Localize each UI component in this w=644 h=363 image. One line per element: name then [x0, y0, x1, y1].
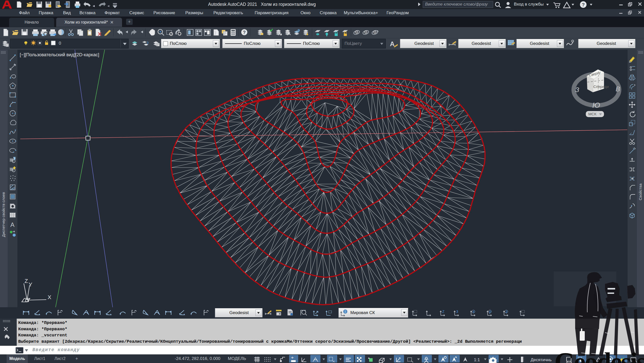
- svg-text:В: В: [616, 85, 620, 93]
- svg-text:?: ?: [243, 30, 246, 35]
- svg-text:Y: Y: [29, 281, 32, 288]
- svg-text:МСК: МСК: [588, 112, 596, 116]
- svg-text:[−][Пользовательский вид][2D-к: [−][Пользовательский вид][2D-каркас]: [20, 52, 99, 57]
- svg-text:A: A: [390, 40, 395, 48]
- svg-text:?: ?: [582, 2, 585, 7]
- svg-text:З: З: [575, 86, 579, 94]
- svg-text:X: X: [48, 294, 51, 300]
- svg-text:Geodesist: Geodesist: [554, 347, 644, 363]
- svg-text:3: 3: [456, 310, 458, 314]
- svg-text:Z: Z: [25, 278, 28, 284]
- svg-text:1:1: 1:1: [474, 357, 480, 362]
- svg-text:Спереди: Спереди: [593, 84, 609, 89]
- svg-text:A: A: [10, 221, 14, 228]
- svg-text:0: 0: [59, 41, 61, 46]
- svg-text:Z: Z: [442, 310, 445, 314]
- svg-text:Ю: Ю: [592, 101, 600, 109]
